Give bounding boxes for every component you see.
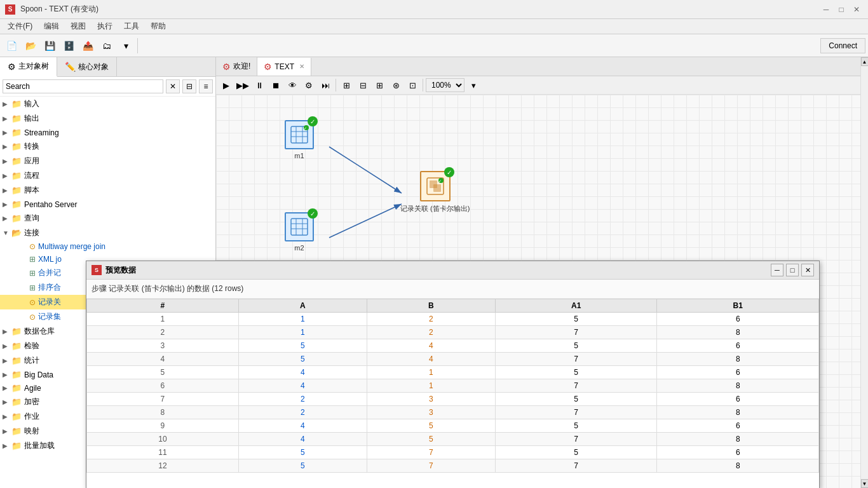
save-button[interactable]: 💾 — [41, 37, 58, 55]
run-button[interactable]: ▶ — [219, 78, 234, 93]
dialog-close[interactable]: ✕ — [801, 264, 814, 276]
saveas-button[interactable]: 🗄️ — [60, 37, 78, 55]
menu-edit[interactable]: 编辑 — [39, 20, 64, 33]
connect-button[interactable]: Connect — [820, 38, 865, 53]
search-input[interactable] — [3, 79, 163, 93]
tree-item-input[interactable]: ▶ 📁 输入 — [0, 97, 215, 111]
merge-svg: ✓ — [426, 177, 445, 196]
collapse-button[interactable]: ⊟ — [182, 79, 196, 93]
tree-item-streaming[interactable]: ▶ 📁 Streaming — [0, 126, 215, 139]
scrollbar-down[interactable]: ▼ — [861, 479, 869, 488]
node-merge[interactable]: ✓ ✓ 记录关联 (笛卡尔输出) — [400, 171, 470, 214]
search-clear-button[interactable]: ✕ — [166, 79, 180, 93]
menu-run[interactable]: 执行 — [92, 20, 118, 33]
label-validation: 检验 — [24, 341, 39, 351]
step-run-button[interactable]: ⏭ — [318, 78, 333, 93]
col-a1: A1 — [495, 299, 657, 313]
core-objects-icon: ✏️ — [65, 62, 76, 72]
arrow-bulk: ▶ — [3, 442, 11, 449]
run-all-button[interactable]: ▶▶ — [235, 78, 250, 93]
tree-item-query[interactable]: ▶ 📁 查询 — [0, 211, 215, 226]
open-button[interactable]: 📂 — [22, 37, 39, 55]
cell-b1: 6 — [657, 393, 819, 406]
folder-icon-output: 📁 — [11, 114, 22, 123]
dialog-content[interactable]: # A B A1 B1 1125621278354564547854156641… — [86, 299, 819, 488]
node-merge-icon: ✓ ✓ — [420, 171, 451, 201]
tree-item-connect[interactable]: ▼ 📂 连接 — [0, 226, 215, 240]
preview-dialog[interactable]: S 预览数据 ─ □ ✕ 步骤 记录关联 (笛卡尔输出) 的数据 (12 row… — [86, 261, 820, 488]
cell-a1: 5 — [495, 339, 657, 353]
cell-b1: 6 — [657, 446, 819, 459]
arrow-output: ▶ — [3, 115, 11, 122]
close-button[interactable]: ✕ — [850, 3, 863, 16]
expand-button[interactable]: ≡ — [199, 79, 213, 93]
arrow-streaming: ▶ — [3, 129, 11, 136]
dialog-minimize[interactable]: ─ — [771, 264, 783, 276]
node-m1-check: ✓ — [308, 116, 318, 126]
table-row: 115756 — [87, 446, 819, 459]
cell-a: 5 — [238, 446, 367, 459]
maximize-button[interactable]: □ — [835, 3, 848, 16]
label-sort-merge: 排序合 — [38, 282, 61, 293]
node-m1-label: m1 — [294, 152, 304, 159]
dropdown-button[interactable]: ▾ — [117, 37, 135, 55]
tree-item-script[interactable]: ▶ 📁 脚本 — [0, 183, 215, 198]
zoom-dropdown[interactable]: ▾ — [466, 78, 481, 93]
minimize-button[interactable]: ─ — [820, 3, 832, 16]
preview-button[interactable]: 👁 — [285, 78, 300, 93]
menu-tools[interactable]: 工具 — [119, 20, 144, 33]
zoom-select[interactable]: 100% 75% 50% 150% — [426, 78, 465, 92]
text-tab-icon: ⚙ — [264, 62, 272, 72]
tree-item-pentaho[interactable]: ▶ 📁 Pentaho Server — [0, 198, 215, 211]
main-objects-icon: ⚙ — [8, 62, 16, 72]
svg-rect-10 — [291, 219, 308, 235]
align-button[interactable]: ⊞ — [339, 78, 354, 93]
menu-help[interactable]: 帮助 — [146, 20, 171, 33]
welcome-icon: ⚙ — [222, 62, 231, 72]
tree-item-output[interactable]: ▶ 📁 输出 — [0, 111, 215, 126]
scrollbar-up[interactable]: ▲ — [861, 57, 869, 66]
cell-b: 3 — [367, 393, 495, 406]
tree-item-multiway[interactable]: ▶ ⊙ Multiway merge join — [0, 240, 215, 253]
stop-button[interactable]: ⏹ — [268, 78, 283, 93]
cell-b: 4 — [367, 353, 495, 366]
svg-text:✓: ✓ — [438, 179, 441, 183]
cell-b1: 6 — [657, 313, 819, 326]
right-scrollbar: ▲ ▼ — [860, 57, 868, 488]
export-button[interactable]: 📤 — [79, 37, 97, 55]
new-button[interactable]: 📄 — [3, 37, 20, 55]
menu-view[interactable]: 视图 — [65, 20, 91, 33]
tab-text-close[interactable]: ✕ — [299, 63, 304, 70]
dialog-maximize[interactable]: □ — [786, 264, 799, 276]
tab-core-objects[interactable]: ✏️ 核心对象 — [57, 57, 117, 76]
label-flow: 流程 — [24, 170, 39, 181]
icon-merge-records: ⊞ — [29, 269, 36, 278]
tab-text[interactable]: ⚙ TEXT ✕ — [257, 58, 311, 76]
cell-b: 7 — [367, 459, 495, 473]
arrow-input: ▶ — [3, 100, 11, 107]
label-multiway: Multiway merge join — [38, 242, 105, 251]
node-m2[interactable]: ✓ m2 — [285, 212, 314, 252]
layout-button[interactable]: ⊟ — [355, 78, 370, 93]
label-agile: Agile — [24, 384, 41, 393]
grid-button[interactable]: ⊞ — [372, 78, 387, 93]
tab-welcome[interactable]: ⚙ 欢迎! — [216, 57, 257, 76]
cell-a1: 7 — [495, 459, 657, 473]
tree-item-apply[interactable]: ▶ 📁 应用 — [0, 154, 215, 168]
snap-button[interactable]: ⊛ — [388, 78, 403, 93]
cell-a1: 5 — [495, 446, 657, 459]
tab-main-objects[interactable]: ⚙ 主对象树 — [0, 57, 57, 77]
menu-file[interactable]: 文件(F) — [3, 20, 37, 33]
tree-item-flow[interactable]: ▶ 📁 流程 — [0, 168, 215, 183]
node-m1[interactable]: ✓ ✓ m1 — [285, 120, 314, 159]
tree-item-transform[interactable]: ▶ 📁 转换 — [0, 139, 215, 154]
pause-button[interactable]: ⏸ — [252, 78, 267, 93]
cell-a: 5 — [238, 339, 367, 353]
debug-button[interactable]: ⚙ — [301, 78, 316, 93]
cell-b: 5 — [367, 419, 495, 433]
arrow-multiway: ▶ — [20, 243, 29, 250]
canvas-toolbar: ▶ ▶▶ ⏸ ⏹ 👁 ⚙ ⏭ ⊞ ⊟ ⊞ ⊛ ⊡ 100% 75% 50% 15… — [216, 76, 860, 95]
layers-button[interactable]: 🗂 — [98, 37, 116, 55]
fitpage-button[interactable]: ⊡ — [405, 78, 420, 93]
arrow-record-join: ▶ — [20, 299, 29, 306]
